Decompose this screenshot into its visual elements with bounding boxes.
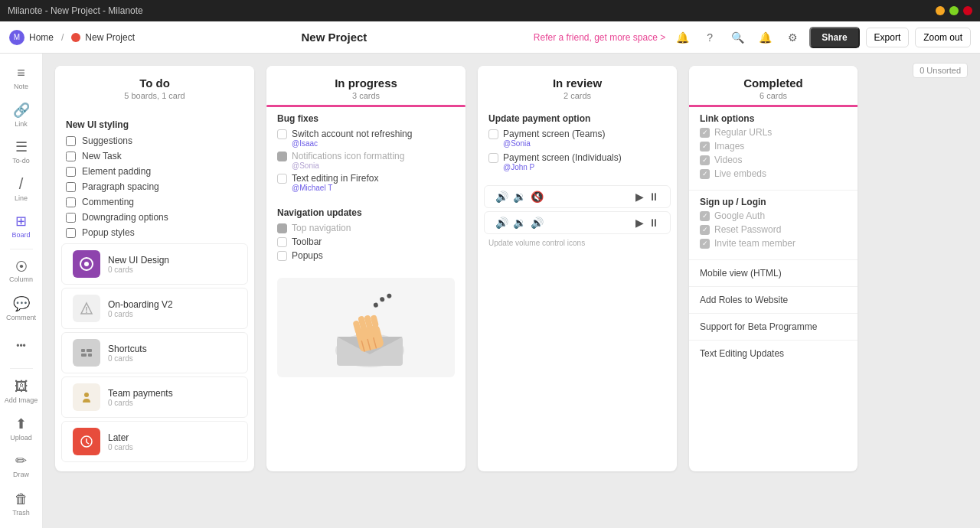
thumbs-up-svg: [320, 282, 412, 373]
svg-rect-7: [81, 354, 87, 357]
add-image-icon: 🖼: [15, 379, 28, 395]
column-inreview-title: In review: [490, 77, 665, 90]
share-button[interactable]: Share: [809, 27, 859, 48]
board-card-shortcuts[interactable]: Shortcuts 0 cards: [61, 332, 248, 373]
column-completed-header: Completed 6 cards: [689, 66, 858, 105]
export-button[interactable]: Export: [866, 28, 910, 47]
pause-icon-1[interactable]: ⏸: [648, 191, 659, 203]
svg-point-25: [380, 297, 385, 302]
column-inreview-header: In review 2 cards: [478, 66, 677, 105]
svg-line-12: [87, 442, 89, 444]
column-inprogress: In progress 3 cards Bug fixes Switch acc…: [266, 66, 466, 471]
todo-icon: ☰: [15, 139, 28, 155]
alerts-btn[interactable]: 🔔: [754, 27, 776, 48]
ir-item-payment-individuals: Payment screen (Individuals) @John P: [488, 152, 666, 171]
illustration-placeholder: [277, 278, 455, 377]
comp-support-beta[interactable]: Support for Beta Programme: [689, 317, 858, 337]
sidebar-item-upload[interactable]: ⬆ Upload: [3, 410, 40, 446]
mute-icon-2[interactable]: 🔇: [531, 191, 544, 203]
column-completed-bar: [689, 105, 858, 107]
sidebar-item-column[interactable]: ⦿ Column: [3, 253, 40, 289]
column-completed-count: 6 cards: [701, 91, 845, 100]
card-thumb-onboarding: [73, 295, 100, 322]
sidebar: ≡ Note 🔗 Link ☰ To-do / Line ⊞ Board ⦿ C…: [0, 54, 43, 528]
ip-item-popups: Popups: [277, 250, 455, 261]
breadcrumb-separator: /: [61, 32, 64, 43]
zoom-button[interactable]: Zoom out: [915, 28, 971, 47]
comp-item-images: Images: [700, 141, 847, 152]
board-card-new-ui-design[interactable]: New UI Design 0 cards: [61, 243, 248, 285]
comp-link-options-section: Link options Regular URLs Images Videos: [689, 113, 858, 187]
speaker-icon-1[interactable]: 🔊: [495, 191, 508, 203]
sidebar-item-more[interactable]: •••: [3, 328, 40, 363]
comp-item-reset-password: Reset Password: [700, 224, 847, 235]
column-completed-title: Completed: [701, 77, 845, 90]
help-btn[interactable]: ?: [699, 27, 720, 48]
comp-mobile-view[interactable]: Mobile view (HTML): [689, 263, 858, 283]
search-btn[interactable]: 🔍: [727, 27, 748, 48]
comp-text-editing[interactable]: Text Editing Updates: [689, 344, 858, 363]
svg-point-4: [86, 311, 87, 313]
mute-icon-4[interactable]: 🔊: [531, 217, 544, 229]
svg-rect-5: [81, 349, 85, 352]
toolbar: M Home / New Project New Project Refer a…: [0, 21, 980, 54]
column-inprogress-header: In progress 3 cards: [266, 66, 466, 105]
mute-icon-1[interactable]: 🔉: [513, 191, 526, 203]
board-card-onboarding[interactable]: On-boarding V2 0 cards: [61, 288, 248, 329]
more-icon: •••: [16, 341, 26, 351]
home-button[interactable]: Home: [29, 32, 54, 43]
todo-item-element-padding: Element padding: [55, 164, 254, 179]
card-info-team-payments: Team payments 0 cards: [108, 388, 173, 407]
ip-item-text-editing: Text editing in Firefox @Michael T: [277, 173, 455, 192]
play-icon-2[interactable]: ▶: [635, 217, 644, 229]
board-card-team-payments[interactable]: Team payments 0 cards: [61, 376, 248, 418]
sidebar-item-board[interactable]: ⊞ Board: [3, 208, 40, 244]
trash-icon: 🗑: [15, 491, 28, 507]
speaker-icon-2[interactable]: 🔊: [495, 217, 508, 229]
sidebar-item-line[interactable]: / Line: [3, 171, 40, 207]
columns-wrapper: To do 5 boards, 1 card New UI styling Su…: [55, 66, 968, 471]
comp-divider-5: [689, 340, 858, 341]
todo-item-downgrading: Downgrading options: [55, 210, 254, 225]
settings-btn[interactable]: ⚙: [782, 27, 803, 48]
unsorted-badge: 0 Unsorted: [913, 63, 968, 78]
card-info-shortcuts: Shortcuts 0 cards: [108, 344, 147, 363]
sidebar-item-comment[interactable]: 💬 Comment: [3, 291, 40, 327]
todo-item-suggestions: Suggestions: [55, 133, 254, 148]
maximize-btn[interactable]: [949, 6, 959, 15]
comp-item-live-embeds: Live embeds: [700, 168, 847, 179]
sidebar-item-note[interactable]: ≡ Note: [3, 60, 40, 96]
column-completed: Completed 6 cards Link options Regular U…: [689, 66, 858, 471]
pause-icon-2[interactable]: ⏸: [648, 217, 659, 229]
comp-signup-login-section: Sign up / Login Google Auth Reset Passwo…: [689, 197, 858, 256]
project-color-dot: [71, 33, 80, 42]
titlebar: Milanote - New Project - Milanote: [0, 0, 980, 21]
audio-note: Update volume control icons: [478, 237, 677, 250]
notifications-btn[interactable]: 🔔: [671, 27, 693, 48]
sidebar-item-add-image[interactable]: 🖼 Add Image: [3, 373, 40, 409]
minimize-btn[interactable]: [936, 6, 945, 15]
sidebar-item-trash[interactable]: 🗑 Trash: [3, 486, 40, 522]
comp-divider-3: [689, 286, 858, 287]
ip-item-notifications: Notifications icon formatting @Sonia: [277, 151, 455, 170]
column-todo-count: 5 boards, 1 card: [67, 91, 242, 100]
comment-icon: 💬: [13, 295, 30, 312]
mute-icon-3[interactable]: 🔉: [513, 217, 526, 229]
play-icon-1[interactable]: ▶: [635, 191, 644, 203]
column-todo-title: To do: [67, 77, 242, 90]
main-canvas: 0 Unsorted To do 5 boards, 1 card New UI…: [43, 54, 980, 528]
refer-link[interactable]: Refer a friend, get more space >: [534, 32, 665, 43]
project-label[interactable]: New Project: [85, 32, 135, 43]
card-thumb-team-payments: [73, 383, 100, 411]
column-inreview: In review 2 cards Update payment option …: [478, 66, 677, 471]
board-card-later[interactable]: Later 0 cards: [61, 421, 248, 462]
column-inprogress-bar: [266, 105, 466, 107]
ir-update-payment-section: Update payment option Payment screen (Te…: [478, 113, 677, 182]
sidebar-item-link[interactable]: 🔗 Link: [3, 97, 40, 133]
todo-item-commenting: Commenting: [55, 194, 254, 210]
close-btn[interactable]: [963, 6, 972, 15]
sidebar-item-draw[interactable]: ✏ Draw: [3, 448, 40, 484]
comp-add-roles[interactable]: Add Roles to Website: [689, 290, 858, 310]
sidebar-item-todo[interactable]: ☰ To-do: [3, 134, 40, 170]
card-thumb-shortcuts: [73, 339, 100, 367]
